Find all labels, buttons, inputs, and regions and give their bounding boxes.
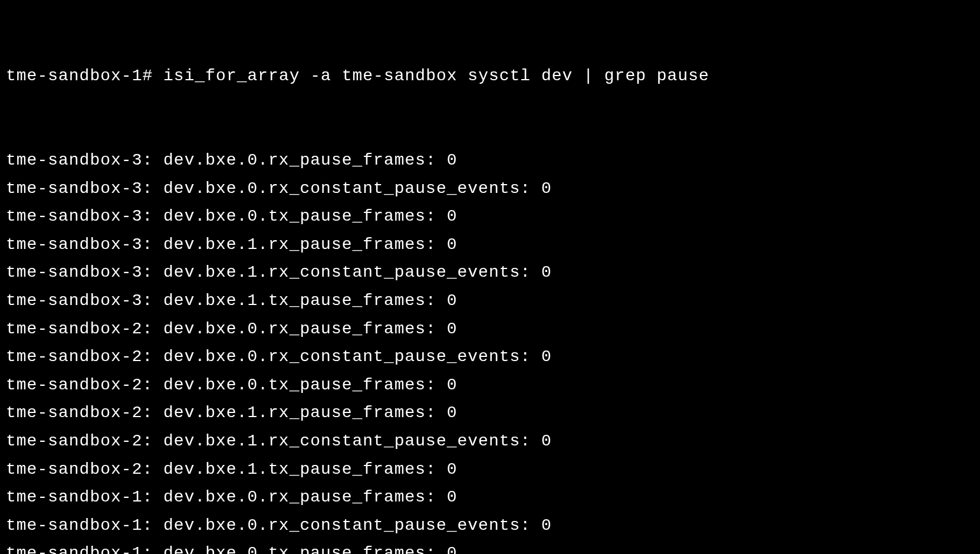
output-line: tme-sandbox-3: dev.bxe.1.rx_pause_frames… bbox=[6, 231, 974, 259]
output-line: tme-sandbox-1: dev.bxe.0.tx_pause_frames… bbox=[6, 539, 974, 554]
output-line: tme-sandbox-2: dev.bxe.1.tx_pause_frames… bbox=[6, 455, 974, 484]
output-line: tme-sandbox-3: dev.bxe.1.rx_constant_pau… bbox=[6, 258, 974, 287]
command-line: tme-sandbox-1# isi_for_array -a tme-sand… bbox=[6, 62, 974, 90]
output-line: tme-sandbox-3: dev.bxe.1.tx_pause_frames… bbox=[6, 287, 974, 315]
output-line: tme-sandbox-2: dev.bxe.1.rx_constant_pau… bbox=[6, 427, 974, 455]
output-line: tme-sandbox-1: dev.bxe.0.rx_constant_pau… bbox=[6, 512, 974, 540]
output-line: tme-sandbox-3: dev.bxe.0.tx_pause_frames… bbox=[6, 202, 974, 231]
output-line: tme-sandbox-3: dev.bxe.0.rx_constant_pau… bbox=[6, 175, 974, 203]
output-line: tme-sandbox-2: dev.bxe.0.tx_pause_frames… bbox=[6, 371, 974, 399]
terminal-output[interactable]: tme-sandbox-1# isi_for_array -a tme-sand… bbox=[6, 6, 974, 554]
shell-prompt: tme-sandbox-1# bbox=[6, 67, 153, 85]
command-text: isi_for_array -a tme-sandbox sysctl dev … bbox=[163, 67, 709, 85]
output-line: tme-sandbox-2: dev.bxe.1.rx_pause_frames… bbox=[6, 399, 974, 427]
output-line: tme-sandbox-3: dev.bxe.0.rx_pause_frames… bbox=[6, 146, 974, 175]
output-line: tme-sandbox-2: dev.bxe.0.rx_pause_frames… bbox=[6, 315, 974, 343]
output-lines: tme-sandbox-3: dev.bxe.0.rx_pause_frames… bbox=[6, 146, 974, 554]
output-line: tme-sandbox-2: dev.bxe.0.rx_constant_pau… bbox=[6, 343, 974, 371]
output-line: tme-sandbox-1: dev.bxe.0.rx_pause_frames… bbox=[6, 483, 974, 512]
